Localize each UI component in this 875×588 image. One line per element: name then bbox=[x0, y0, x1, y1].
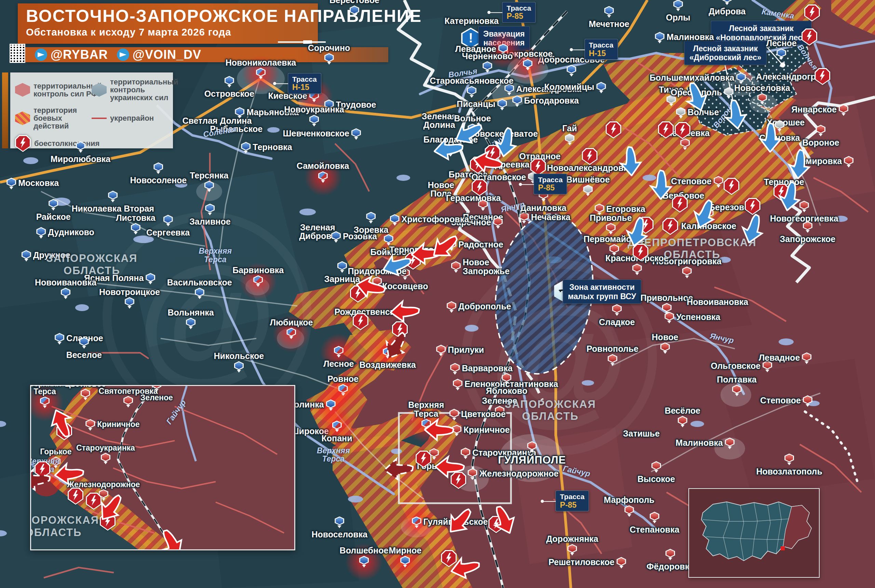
attack-arrow-red bbox=[423, 416, 455, 444]
map-pin-ua bbox=[195, 288, 204, 299]
map-pin-ua bbox=[736, 72, 746, 84]
place-name: Ольговское bbox=[710, 362, 761, 370]
map-pin-ru bbox=[632, 264, 642, 275]
place-name: Новоивановка bbox=[687, 298, 748, 307]
map-pin-ru bbox=[652, 461, 661, 473]
map-pin-ru bbox=[682, 267, 692, 278]
road-badge-Р-85: ТрассаР-85 bbox=[533, 174, 567, 194]
battle-clash-icon bbox=[724, 178, 739, 195]
map-pin-ru bbox=[625, 505, 634, 517]
road-badge-word: Трасса bbox=[506, 4, 531, 12]
place-name: Яблоково bbox=[486, 387, 527, 396]
map-pin-mix bbox=[256, 68, 265, 79]
place-name: Большемихайловка bbox=[649, 74, 734, 82]
place-name: Ровнополье bbox=[587, 345, 638, 354]
battle-clash-icon bbox=[675, 122, 691, 139]
place-name: Малиновка bbox=[667, 33, 714, 42]
place-name: Левадное bbox=[759, 354, 800, 362]
place-name: Варваровка bbox=[462, 364, 513, 373]
place-name: Железнодорожное bbox=[479, 470, 559, 478]
map-pin-ua bbox=[467, 86, 476, 98]
region-label: ЗАПОРОЖСКАЯОБЛАСТЬ bbox=[505, 398, 596, 423]
place-name: Успеновка bbox=[676, 313, 720, 322]
map-title: ВОСТОЧНО-ЗАПОРОЖСКОЕ НАПРАВЛЕНИЕ bbox=[26, 8, 310, 25]
place-name: Криничное bbox=[463, 426, 509, 435]
minimap-area-marker bbox=[781, 546, 785, 550]
map-pin-ru bbox=[81, 389, 90, 400]
map-pin-ua bbox=[337, 261, 347, 273]
map-pin-grey bbox=[565, 134, 575, 145]
map-pin-ua bbox=[596, 82, 606, 93]
map-pin-ua bbox=[48, 199, 58, 211]
telegram-icon bbox=[117, 48, 129, 61]
place-name: Новоселовка bbox=[734, 84, 790, 93]
road-badge-Н-15: ТрассаН-15 bbox=[584, 39, 618, 60]
map-pin-ua bbox=[125, 297, 134, 309]
map-pin-ru bbox=[152, 385, 161, 392]
map-pin-ru bbox=[493, 217, 503, 229]
map-pin-ru bbox=[844, 156, 854, 168]
place-name: Доброполье bbox=[458, 302, 511, 311]
legend-fortified-line-icon bbox=[91, 118, 106, 119]
battle-clash-icon bbox=[658, 122, 674, 138]
map-pin-ua bbox=[205, 204, 215, 215]
place-name: Веселое bbox=[66, 351, 102, 360]
region-label: ЗАПОРОЖСКАЯОБЛАСТЬ bbox=[46, 252, 138, 277]
map-pin-ru bbox=[784, 454, 794, 465]
advance-arrow-blue bbox=[787, 149, 812, 179]
map-pin-ua bbox=[145, 273, 155, 284]
place-name: Никольское bbox=[214, 352, 264, 361]
place-name: Вишнёвое bbox=[566, 176, 610, 184]
road-badge-code: Н-15 bbox=[589, 49, 614, 57]
road-badge-word: Трасса bbox=[538, 176, 563, 184]
place-name: Любицкое bbox=[270, 318, 313, 327]
place-name: Писанцы bbox=[457, 100, 495, 109]
place-name: Степановка bbox=[629, 525, 679, 534]
map-pin-ru bbox=[606, 223, 616, 234]
telegram-icon bbox=[35, 48, 47, 61]
place-name: Коломийцы bbox=[544, 83, 594, 92]
scale-bar bbox=[278, 41, 326, 43]
attack-arrow-red bbox=[355, 273, 387, 301]
advance-arrow-blue bbox=[623, 215, 652, 248]
place-name: НовоеЗапорожье bbox=[463, 258, 509, 276]
advance-arrow-blue bbox=[776, 180, 804, 212]
map-pin-ua bbox=[55, 333, 64, 345]
map-pin-ru bbox=[757, 93, 767, 105]
map-pin-ua bbox=[497, 99, 507, 110]
place-name: Высокое bbox=[637, 475, 675, 484]
map-pin-ua bbox=[366, 212, 376, 224]
map-pin-ru bbox=[660, 342, 670, 354]
road-badge-Р-85: ТрассаР-85 bbox=[502, 2, 536, 22]
map-pin-ua bbox=[604, 6, 614, 18]
map-pin-ru bbox=[608, 354, 617, 366]
place-name: Богодаровка bbox=[524, 96, 579, 105]
river-label: ВерхняяТерса bbox=[317, 446, 350, 462]
map-pin-ua bbox=[234, 361, 244, 373]
map-pin-ru bbox=[650, 512, 659, 524]
map-pin-ua bbox=[36, 227, 46, 238]
place-name: Островское bbox=[204, 90, 254, 99]
map-pin-grey bbox=[583, 184, 593, 196]
vsu-activity-label: Зона активностималых групп ВСУ bbox=[563, 280, 641, 304]
place-name: Егоровка bbox=[606, 205, 645, 214]
advance-arrow-blue bbox=[648, 168, 676, 201]
map-pin-mix bbox=[332, 420, 342, 432]
map-pin-mix bbox=[40, 396, 49, 408]
map-pin-ru bbox=[680, 138, 690, 150]
battle-clash-icon bbox=[804, 4, 820, 21]
place-name: Привольное bbox=[641, 294, 693, 303]
map-pin-mix bbox=[253, 275, 263, 287]
battle-clash-icon bbox=[68, 488, 83, 505]
place-name: Барвиновка bbox=[232, 266, 284, 275]
region-label: ЗАПОРОЖСКАЯОБЛАСТЬ bbox=[30, 514, 99, 538]
place-name: Воздвижевка bbox=[360, 361, 416, 369]
place-name: Черненково bbox=[462, 52, 513, 61]
place-name: Нечаевка bbox=[531, 213, 570, 222]
map-pin-ua bbox=[523, 59, 532, 70]
place-name: Староукраинка bbox=[76, 444, 135, 452]
map-pin-ua bbox=[482, 61, 492, 73]
place-name: Степовое bbox=[671, 177, 712, 186]
legend: территориальный контроль сил РФ территор… bbox=[10, 72, 173, 148]
map-pin-ru bbox=[662, 303, 672, 315]
